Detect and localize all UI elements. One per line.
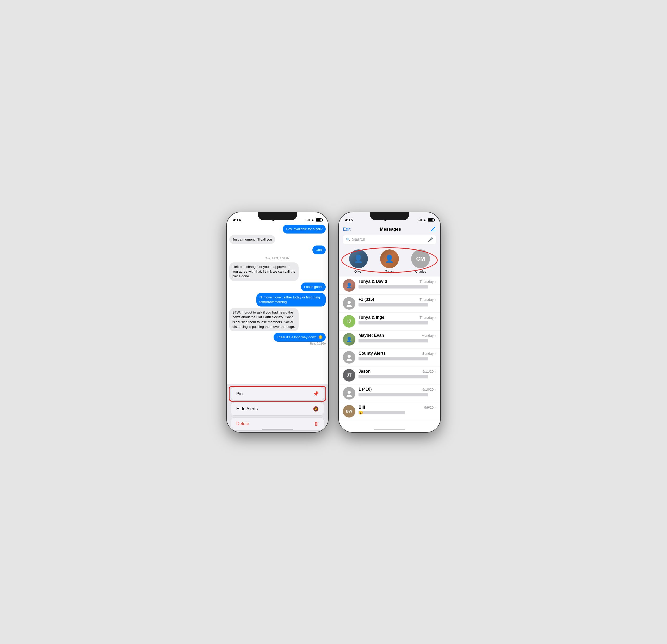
410-preview bbox=[359, 393, 428, 397]
315-name: +1 (315) bbox=[359, 297, 374, 302]
tonya-david-avatar: 👤 bbox=[343, 279, 355, 292]
search-placeholder: Search bbox=[352, 237, 426, 242]
right-status-time: 4:15 bbox=[345, 218, 353, 222]
message-outgoing-5: I hear it's a long way down. 😊 bbox=[274, 333, 326, 342]
wifi-icon: ▲ bbox=[311, 218, 314, 222]
oliver-avatar: 👤 bbox=[349, 249, 368, 268]
person-icon-3 bbox=[345, 390, 353, 397]
message-outgoing-2: Cool bbox=[312, 245, 326, 254]
bill-avatar: BW bbox=[343, 405, 355, 418]
410-content: 1 (410) 9/10/20 › bbox=[359, 387, 436, 397]
phones-container: 4:14 ✈ ▲ Hey, available f bbox=[227, 212, 440, 432]
315-preview bbox=[359, 303, 428, 306]
left-screen: 4:14 ✈ ▲ Hey, available f bbox=[227, 212, 328, 432]
list-item-evan[interactable]: 👤 Maybe: Evan Monday › bbox=[339, 331, 440, 349]
tonya-inge-time: Thursday › bbox=[420, 315, 436, 320]
tonya-inge-content: Tonya & Inge Thursday › bbox=[359, 315, 436, 324]
pin-icon: 📌 bbox=[313, 391, 319, 397]
message-outgoing-4: I'll move it over, either today or first… bbox=[256, 293, 326, 306]
county-alerts-time: Sunday › bbox=[422, 351, 436, 355]
search-icon: 🔍 bbox=[346, 238, 351, 242]
jason-initials: JT bbox=[347, 373, 352, 377]
hide-alerts-menu: Hide Alerts 🔕 bbox=[231, 402, 324, 416]
left-status-time: 4:14 bbox=[233, 218, 241, 222]
context-menu-area: Pin 📌 Hide Alerts 🔕 Delete bbox=[227, 384, 328, 432]
pinned-tonya[interactable]: 👤 Tonya bbox=[380, 249, 399, 273]
right-home-indicator bbox=[374, 429, 405, 430]
svg-point-4 bbox=[347, 355, 351, 358]
list-item-315[interactable]: +1 (315) Thursday › bbox=[339, 294, 440, 312]
delete-item[interactable]: Delete 🗑 bbox=[231, 418, 324, 430]
hide-alerts-item[interactable]: Hide Alerts 🔕 bbox=[231, 402, 324, 415]
410-avatar bbox=[343, 387, 355, 400]
list-item-tonya-david[interactable]: 👤 Tonya & David Thursday › bbox=[339, 276, 440, 294]
315-content: +1 (315) Thursday › bbox=[359, 297, 436, 306]
pinned-oliver[interactable]: 👤 Oliver bbox=[349, 249, 368, 273]
bill-time: 9/9/20 › bbox=[424, 405, 436, 409]
right-signal-bar-1 bbox=[418, 220, 419, 221]
right-status-icons: ▲ bbox=[418, 218, 434, 222]
notch bbox=[258, 212, 297, 220]
tonya-david-preview bbox=[359, 285, 428, 289]
jason-name: Jason bbox=[359, 369, 371, 374]
list-item-410[interactable]: 1 (410) 9/10/20 › bbox=[339, 384, 440, 402]
message-incoming-1: Just a moment. I'll call you bbox=[229, 235, 275, 244]
county-alerts-avatar bbox=[343, 351, 355, 364]
evan-time: Monday › bbox=[422, 333, 436, 338]
person-icon bbox=[345, 300, 353, 307]
compose-button[interactable] bbox=[430, 226, 436, 233]
message-outgoing-3: Looks good! bbox=[301, 283, 326, 291]
message-incoming-3: BTW, I forgot to ask if you had heard th… bbox=[229, 308, 298, 331]
delete-label: Delete bbox=[236, 421, 249, 426]
message-incoming-2: I left one change for you to approve. If… bbox=[229, 262, 298, 281]
read-receipt: Read 7/21/20 bbox=[229, 342, 326, 345]
right-wifi-icon: ▲ bbox=[423, 218, 426, 222]
jason-avatar: JT bbox=[343, 369, 355, 382]
search-bar[interactable]: 🔍 Search 🎤 bbox=[343, 235, 436, 244]
left-status-icons: ▲ bbox=[306, 218, 322, 222]
county-alerts-name: County Alerts bbox=[359, 351, 386, 356]
tonya-name: Tonya bbox=[385, 270, 394, 273]
right-screen: 4:15 ✈ ▲ Edit Mes bbox=[339, 212, 440, 432]
edit-button[interactable]: Edit bbox=[343, 227, 351, 232]
315-top: +1 (315) Thursday › bbox=[359, 297, 436, 302]
tonya-david-top: Tonya & David Thursday › bbox=[359, 279, 436, 284]
right-signal-icon bbox=[418, 219, 422, 221]
charles-initials: CM bbox=[416, 255, 425, 262]
charles-avatar: CM bbox=[411, 249, 430, 268]
pinned-charles[interactable]: CM Charles bbox=[411, 249, 430, 273]
tonya-inge-preview bbox=[359, 321, 428, 324]
county-alerts-preview bbox=[359, 357, 428, 360]
tonya-inge-name: Tonya & Inge bbox=[359, 315, 384, 320]
messages-title: Messages bbox=[380, 227, 401, 232]
oliver-name: Oliver bbox=[354, 270, 362, 273]
evan-top: Maybe: Evan Monday › bbox=[359, 333, 436, 338]
battery-icon bbox=[316, 219, 322, 222]
hide-alerts-label: Hide Alerts bbox=[236, 406, 258, 412]
list-item-bill[interactable]: BW Bill 9/9/20 › 😊 bbox=[339, 402, 440, 420]
pin-menu-item[interactable]: Pin 📌 bbox=[231, 387, 324, 400]
compose-icon bbox=[430, 226, 436, 231]
list-item-jason[interactable]: JT Jason 9/11/20 › bbox=[339, 367, 440, 384]
pin-menu-wrapper: Pin 📌 bbox=[227, 387, 328, 401]
evan-photo: 👤 bbox=[346, 336, 352, 342]
tonya-david-name: Tonya & David bbox=[359, 279, 387, 284]
jason-top: Jason 9/11/20 › bbox=[359, 369, 436, 374]
hide-alerts-icon: 🔕 bbox=[313, 406, 319, 412]
signal-bar-2 bbox=[307, 220, 307, 221]
list-item-tonya-inge[interactable]: IJ Tonya & Inge Thursday › bbox=[339, 312, 440, 331]
bill-top: Bill 9/9/20 › bbox=[359, 405, 436, 410]
delete-icon: 🗑 bbox=[314, 421, 319, 426]
pinned-contacts-row: 👤 Oliver 👤 Tonya CM Charles bbox=[339, 246, 440, 276]
timestamp-1: Tue, Jul 21, 4:30 PM bbox=[229, 257, 326, 260]
messages-list: 👤 Tonya & David Thursday › bbox=[339, 276, 440, 432]
context-menu: Pin 📌 bbox=[231, 387, 324, 401]
svg-point-5 bbox=[346, 359, 352, 361]
410-name: 1 (410) bbox=[359, 387, 372, 392]
tonya-david-time: Thursday › bbox=[420, 279, 436, 284]
county-alerts-top: County Alerts Sunday › bbox=[359, 351, 436, 356]
bill-preview: 😊 bbox=[359, 411, 405, 414]
evan-content: Maybe: Evan Monday › bbox=[359, 333, 436, 342]
jason-time: 9/11/20 › bbox=[422, 369, 436, 373]
list-item-county-alerts[interactable]: County Alerts Sunday › bbox=[339, 349, 440, 367]
